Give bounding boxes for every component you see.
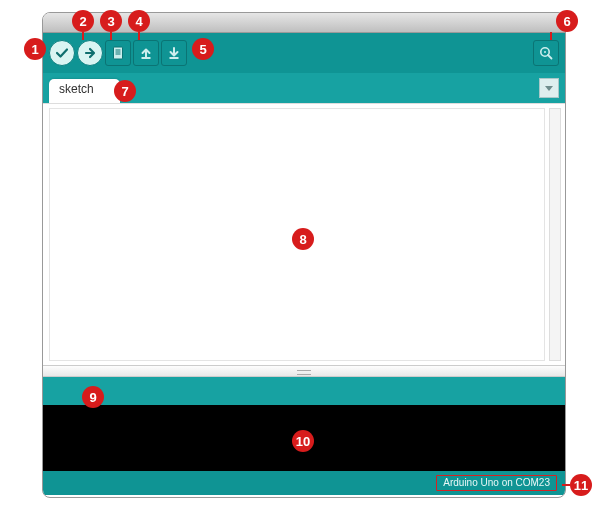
arrow-down-icon — [166, 45, 182, 61]
status-bar: Arduino Uno on COM23 — [43, 471, 565, 495]
save-sketch-button[interactable] — [161, 40, 187, 66]
svg-point-8 — [544, 51, 546, 53]
svg-rect-0 — [114, 47, 123, 59]
callout-11: 11 — [570, 474, 592, 496]
check-icon — [55, 46, 69, 60]
tab-dropdown-button[interactable] — [539, 78, 559, 98]
callout-7: 7 — [114, 80, 136, 102]
callout-9: 9 — [82, 386, 104, 408]
callout-4: 4 — [128, 10, 150, 32]
open-sketch-button[interactable] — [133, 40, 159, 66]
callout-1: 1 — [24, 38, 46, 60]
callout-2: 2 — [72, 10, 94, 32]
callout-3: 3 — [100, 10, 122, 32]
pane-divider[interactable] — [43, 365, 565, 377]
serial-monitor-button[interactable] — [533, 40, 559, 66]
svg-rect-4 — [142, 57, 151, 59]
svg-rect-5 — [170, 57, 179, 59]
callout-6: 6 — [556, 10, 578, 32]
message-bar — [43, 377, 565, 405]
callout-8: 8 — [292, 228, 314, 250]
svg-line-7 — [548, 55, 552, 59]
sketch-tab[interactable]: sketch — [49, 79, 120, 103]
file-new-icon — [110, 45, 126, 61]
verify-button[interactable] — [49, 40, 75, 66]
callout-10: 10 — [292, 430, 314, 452]
editor-vertical-scrollbar[interactable] — [549, 108, 561, 361]
callout-5: 5 — [192, 38, 214, 60]
arrow-up-icon — [138, 45, 154, 61]
board-port-label: Arduino Uno on COM23 — [436, 475, 557, 491]
serial-monitor-icon — [537, 44, 555, 62]
arrow-right-icon — [83, 46, 97, 60]
new-sketch-button[interactable] — [105, 40, 131, 66]
sketch-tab-label: sketch — [59, 82, 94, 96]
upload-button[interactable] — [77, 40, 103, 66]
toolbar — [43, 33, 565, 73]
triangle-down-icon — [544, 83, 554, 93]
